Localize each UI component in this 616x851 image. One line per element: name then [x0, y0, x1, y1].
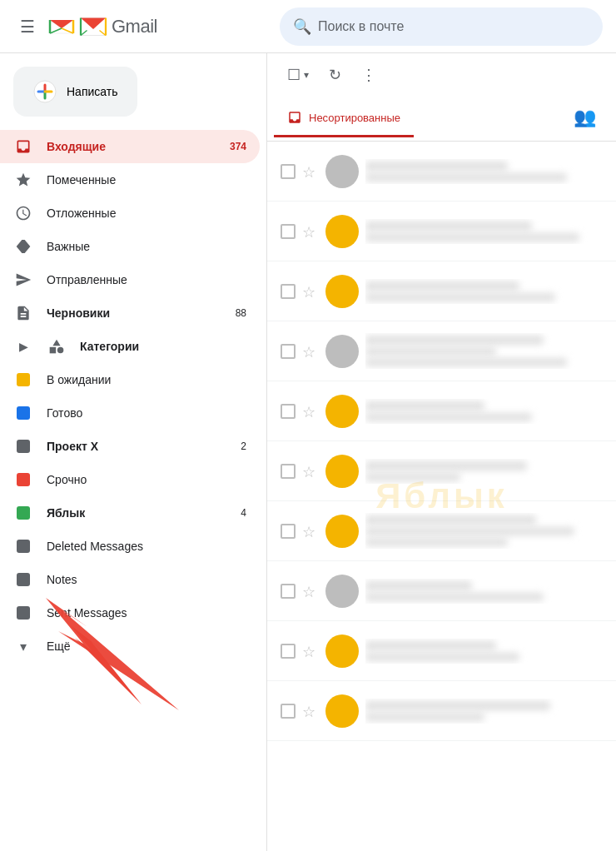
tab-unsorted[interactable]: Несортированные	[274, 100, 414, 137]
sidebar-item-categories[interactable]: ▶ Категории	[0, 330, 260, 363]
email-checkbox[interactable]	[281, 464, 296, 479]
more-icon: ⋮	[361, 66, 376, 84]
email-checkbox[interactable]	[281, 284, 296, 299]
drafts-label: Черновики	[47, 306, 236, 320]
search-placeholder: Поиск в почте	[318, 19, 404, 34]
menu-icon[interactable]: ☰	[13, 10, 42, 43]
email-star[interactable]: ☆	[302, 343, 319, 360]
refresh-button[interactable]: ↻	[322, 61, 348, 89]
sidebar: Написать Входящие 374 Помеченные Отложен…	[0, 53, 266, 851]
email-avatar	[325, 335, 359, 368]
email-checkbox[interactable]	[281, 704, 296, 719]
select-all-button[interactable]: ☐ ▾	[281, 61, 315, 89]
email-item[interactable]: ☆	[267, 561, 616, 621]
email-checkbox[interactable]	[281, 524, 296, 539]
urgent-label: Срочно	[47, 473, 246, 486]
important-icon	[13, 236, 33, 256]
sidebar-item-drafts[interactable]: Черновики 88	[0, 296, 260, 330]
done-label: Готово	[47, 406, 246, 420]
email-star[interactable]: ☆	[302, 523, 319, 540]
email-star[interactable]: ☆	[302, 403, 319, 420]
drafts-count: 88	[236, 307, 246, 319]
sidebar-item-snoozed[interactable]: Отложенные	[0, 197, 260, 230]
sidebar-item-done[interactable]: Готово	[0, 396, 260, 430]
sidebar-item-inbox[interactable]: Входящие 374	[0, 130, 260, 163]
email-item[interactable]: ☆	[267, 441, 616, 501]
notes-label: Notes	[47, 573, 246, 586]
email-checkbox[interactable]	[281, 584, 296, 599]
projectx-count: 2	[241, 440, 246, 452]
categories-label: Категории	[80, 340, 246, 353]
email-content	[365, 219, 603, 244]
email-star[interactable]: ☆	[302, 223, 319, 240]
starred-label: Помеченные	[47, 173, 246, 187]
sidebar-item-urgent[interactable]: Срочно	[0, 463, 260, 496]
email-star[interactable]: ☆	[302, 703, 319, 719]
email-content	[365, 699, 603, 724]
email-content	[365, 159, 603, 184]
dropdown-arrow: ▾	[304, 69, 309, 81]
urgent-label-icon	[13, 470, 33, 490]
expand-icon: ▶	[13, 336, 33, 356]
email-avatar	[325, 455, 359, 488]
email-content	[365, 459, 603, 484]
refresh-icon: ↻	[329, 66, 341, 84]
email-star[interactable]: ☆	[302, 163, 319, 180]
sidebar-item-waiting[interactable]: В ожидании	[0, 363, 260, 396]
email-item[interactable]: ☆	[267, 202, 616, 261]
gmail-logo: Gmail	[48, 13, 157, 40]
sidebar-item-deleted[interactable]: Deleted Messages	[0, 530, 260, 563]
unsorted-tab-icon	[287, 110, 302, 125]
email-star[interactable]: ☆	[302, 283, 319, 300]
email-item[interactable]: ☆	[267, 142, 616, 202]
waiting-label-icon	[13, 370, 33, 390]
gmail-text: Gmail	[112, 16, 157, 37]
email-content	[365, 639, 603, 664]
sidebar-item-starred[interactable]: Помеченные	[0, 163, 260, 197]
projectx-label-icon	[13, 436, 33, 456]
email-checkbox[interactable]	[281, 644, 296, 659]
email-checkbox[interactable]	[281, 164, 296, 179]
sentmessages-label: Sent Messages	[47, 606, 246, 620]
email-checkbox[interactable]	[281, 344, 296, 359]
email-content	[365, 333, 603, 369]
email-item[interactable]: ☆	[267, 321, 616, 381]
deleted-label-icon	[13, 536, 33, 556]
more-options-button[interactable]: ⋮	[355, 61, 383, 89]
sidebar-item-projectx[interactable]: Проект X 2	[0, 430, 260, 463]
sidebar-item-more[interactable]: ▾ Ещё	[0, 630, 260, 663]
compose-button[interactable]: Написать	[13, 67, 137, 117]
search-icon: 🔍	[293, 17, 311, 36]
svg-rect-8	[50, 347, 56, 354]
important-label: Важные	[47, 240, 246, 253]
email-item[interactable]: ☆	[267, 381, 616, 441]
tab-people[interactable]: 👥	[560, 97, 609, 141]
sidebar-item-notes[interactable]: Notes	[0, 563, 260, 596]
sidebar-item-sent[interactable]: Отправленные	[0, 263, 260, 296]
sidebar-item-sentmessages[interactable]: Sent Messages	[0, 596, 260, 630]
email-avatar	[325, 575, 359, 608]
gmail-m-icon	[48, 13, 75, 40]
email-item[interactable]: ☆	[267, 261, 616, 321]
email-item[interactable]: ☆	[267, 621, 616, 681]
done-label-icon	[13, 403, 33, 423]
projectx-label: Проект X	[47, 440, 241, 453]
draft-icon	[13, 303, 33, 323]
email-item[interactable]: ☆	[267, 681, 616, 741]
snoozed-label: Отложенные	[47, 207, 246, 220]
email-star[interactable]: ☆	[302, 463, 319, 480]
email-content	[365, 279, 603, 304]
sentmessages-label-icon	[13, 603, 33, 623]
toolbar: ☐ ▾ ↻ ⋮	[267, 53, 616, 97]
email-checkbox[interactable]	[281, 224, 296, 239]
yablyk-count: 4	[241, 507, 246, 519]
email-star[interactable]: ☆	[302, 643, 319, 659]
sidebar-item-yablyk[interactable]: Яблык 4	[0, 496, 260, 530]
email-checkbox[interactable]	[281, 404, 296, 419]
email-content	[365, 513, 603, 549]
search-bar[interactable]: 🔍 Поиск в почте	[280, 7, 603, 46]
email-item[interactable]: ☆	[267, 501, 616, 561]
email-star[interactable]: ☆	[302, 583, 319, 600]
sidebar-item-important[interactable]: Важные	[0, 230, 260, 263]
people-icon: 👥	[574, 107, 596, 128]
